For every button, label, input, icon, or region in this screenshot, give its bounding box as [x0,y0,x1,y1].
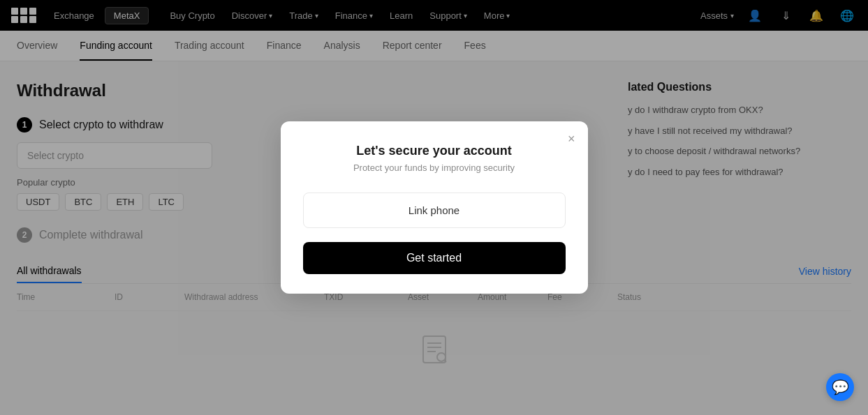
modal-overlay[interactable]: × Let's secure your account Protect your… [0,0,868,415]
modal-close-button[interactable]: × [568,133,575,145]
chat-icon: 💬 [832,379,849,395]
chat-bubble[interactable]: 💬 [826,373,854,401]
get-started-button[interactable]: Get started [303,242,566,274]
link-phone-option[interactable]: Link phone [303,193,566,228]
modal-subtitle: Protect your funds by improving security [303,163,566,173]
modal-title: Let's secure your account [303,144,566,158]
security-modal: × Let's secure your account Protect your… [281,121,588,294]
